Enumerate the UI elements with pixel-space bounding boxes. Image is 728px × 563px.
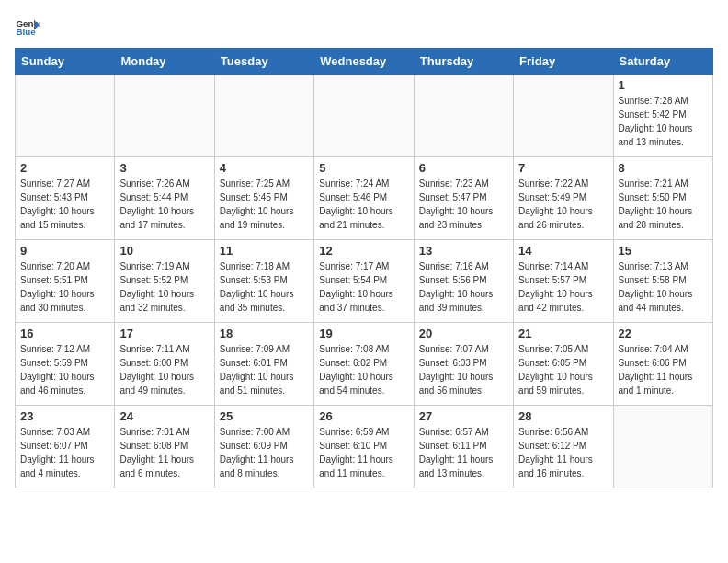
- calendar-cell: 11Sunrise: 7:18 AMSunset: 5:53 PMDayligh…: [214, 240, 313, 323]
- calendar-cell: 25Sunrise: 7:00 AMSunset: 6:09 PMDayligh…: [214, 406, 313, 488]
- calendar-cell: 6Sunrise: 7:23 AMSunset: 5:47 PMDaylight…: [414, 157, 513, 240]
- day-number: 19: [319, 327, 408, 340]
- calendar-cell: 24Sunrise: 7:01 AMSunset: 6:08 PMDayligh…: [115, 406, 214, 488]
- day-number: 3: [119, 161, 209, 175]
- day-info: Sunrise: 7:19 AMSunset: 5:52 PMDaylight:…: [119, 259, 209, 315]
- calendar-cell: 23Sunrise: 7:03 AMSunset: 6:07 PMDayligh…: [16, 406, 115, 488]
- day-info: Sunrise: 7:11 AMSunset: 6:00 PMDaylight:…: [119, 342, 209, 397]
- day-number: 2: [20, 161, 109, 175]
- day-number: 13: [419, 244, 508, 258]
- weekday-header: Monday: [115, 49, 214, 75]
- day-number: 24: [119, 409, 209, 423]
- day-info: Sunrise: 7:13 AMSunset: 5:58 PMDaylight:…: [619, 259, 708, 315]
- day-info: Sunrise: 7:01 AMSunset: 6:08 PMDaylight:…: [119, 425, 209, 480]
- day-info: Sunrise: 7:24 AMSunset: 5:46 PMDaylight:…: [319, 177, 408, 232]
- calendar-cell: [16, 75, 115, 157]
- calendar-cell: 2Sunrise: 7:27 AMSunset: 5:43 PMDaylight…: [16, 157, 115, 240]
- day-number: 17: [119, 327, 209, 340]
- day-info: Sunrise: 7:28 AMSunset: 5:42 PMDaylight:…: [619, 94, 708, 149]
- calendar-week-row: 16Sunrise: 7:12 AMSunset: 5:59 PMDayligh…: [16, 323, 713, 406]
- day-number: 27: [419, 409, 508, 423]
- weekday-header: Wednesday: [314, 49, 414, 75]
- calendar-cell: 15Sunrise: 7:13 AMSunset: 5:58 PMDayligh…: [613, 240, 712, 323]
- day-info: Sunrise: 7:20 AMSunset: 5:51 PMDaylight:…: [20, 259, 109, 315]
- calendar-cell: 13Sunrise: 7:16 AMSunset: 5:56 PMDayligh…: [414, 240, 513, 323]
- day-info: Sunrise: 7:26 AMSunset: 5:44 PMDaylight:…: [119, 177, 209, 232]
- day-number: 14: [518, 244, 608, 258]
- calendar-header-row: SundayMondayTuesdayWednesdayThursdayFrid…: [16, 49, 713, 75]
- calendar-cell: 5Sunrise: 7:24 AMSunset: 5:46 PMDaylight…: [314, 157, 414, 240]
- calendar-cell: 14Sunrise: 7:14 AMSunset: 5:57 PMDayligh…: [514, 240, 613, 323]
- day-number: 15: [619, 244, 708, 258]
- calendar-cell: 27Sunrise: 6:57 AMSunset: 6:11 PMDayligh…: [414, 406, 513, 488]
- day-info: Sunrise: 7:07 AMSunset: 6:03 PMDaylight:…: [419, 342, 508, 397]
- calendar-week-row: 9Sunrise: 7:20 AMSunset: 5:51 PMDaylight…: [16, 240, 713, 323]
- weekday-header: Saturday: [613, 49, 712, 75]
- day-info: Sunrise: 7:21 AMSunset: 5:50 PMDaylight:…: [619, 177, 708, 232]
- day-info: Sunrise: 6:59 AMSunset: 6:10 PMDaylight:…: [319, 425, 408, 480]
- day-number: 9: [20, 244, 109, 258]
- day-number: 12: [319, 244, 408, 258]
- day-number: 28: [518, 409, 608, 423]
- calendar-cell: 4Sunrise: 7:25 AMSunset: 5:45 PMDaylight…: [214, 157, 313, 240]
- day-info: Sunrise: 7:14 AMSunset: 5:57 PMDaylight:…: [518, 259, 608, 315]
- day-number: 22: [619, 327, 708, 340]
- day-info: Sunrise: 6:57 AMSunset: 6:11 PMDaylight:…: [419, 425, 508, 480]
- calendar-cell: 1Sunrise: 7:28 AMSunset: 5:42 PMDaylight…: [613, 75, 712, 157]
- day-number: 8: [619, 161, 708, 175]
- calendar-cell: 21Sunrise: 7:05 AMSunset: 6:05 PMDayligh…: [514, 323, 613, 406]
- calendar-cell: 8Sunrise: 7:21 AMSunset: 5:50 PMDaylight…: [613, 157, 712, 240]
- day-info: Sunrise: 7:00 AMSunset: 6:09 PMDaylight:…: [220, 425, 309, 480]
- day-info: Sunrise: 7:27 AMSunset: 5:43 PMDaylight:…: [20, 177, 109, 232]
- calendar-week-row: 2Sunrise: 7:27 AMSunset: 5:43 PMDaylight…: [16, 157, 713, 240]
- day-number: 4: [220, 161, 309, 175]
- day-number: 25: [220, 409, 309, 423]
- calendar-week-row: 1Sunrise: 7:28 AMSunset: 5:42 PMDaylight…: [16, 75, 713, 157]
- day-number: 23: [20, 409, 109, 423]
- day-number: 16: [20, 327, 109, 340]
- page-header: General Blue: [15, 15, 713, 40]
- day-number: 20: [419, 327, 508, 340]
- day-info: Sunrise: 7:23 AMSunset: 5:47 PMDaylight:…: [419, 177, 508, 232]
- day-number: 26: [319, 409, 408, 423]
- weekday-header: Friday: [514, 49, 613, 75]
- day-number: 5: [319, 161, 408, 175]
- day-info: Sunrise: 7:17 AMSunset: 5:54 PMDaylight:…: [319, 259, 408, 315]
- day-number: 21: [518, 327, 608, 340]
- calendar-cell: 28Sunrise: 6:56 AMSunset: 6:12 PMDayligh…: [514, 406, 613, 488]
- calendar-cell: 18Sunrise: 7:09 AMSunset: 6:01 PMDayligh…: [214, 323, 313, 406]
- calendar-cell: [314, 75, 414, 157]
- weekday-header: Sunday: [16, 49, 115, 75]
- calendar-cell: 22Sunrise: 7:04 AMSunset: 6:06 PMDayligh…: [613, 323, 712, 406]
- logo: General Blue: [15, 15, 42, 40]
- day-info: Sunrise: 7:22 AMSunset: 5:49 PMDaylight:…: [518, 177, 608, 232]
- day-number: 18: [220, 327, 309, 340]
- calendar-cell: [414, 75, 513, 157]
- calendar-cell: [613, 406, 712, 488]
- calendar-cell: 10Sunrise: 7:19 AMSunset: 5:52 PMDayligh…: [115, 240, 214, 323]
- day-number: 6: [419, 161, 508, 175]
- calendar-cell: [514, 75, 613, 157]
- calendar-cell: 16Sunrise: 7:12 AMSunset: 5:59 PMDayligh…: [16, 323, 115, 406]
- weekday-header: Tuesday: [214, 49, 313, 75]
- logo-icon: General Blue: [15, 15, 40, 40]
- calendar-cell: 7Sunrise: 7:22 AMSunset: 5:49 PMDaylight…: [514, 157, 613, 240]
- day-info: Sunrise: 7:12 AMSunset: 5:59 PMDaylight:…: [20, 342, 109, 397]
- calendar-cell: 12Sunrise: 7:17 AMSunset: 5:54 PMDayligh…: [314, 240, 414, 323]
- day-info: Sunrise: 7:03 AMSunset: 6:07 PMDaylight:…: [20, 425, 109, 480]
- day-number: 7: [518, 161, 608, 175]
- calendar-cell: [214, 75, 313, 157]
- weekday-header: Thursday: [414, 49, 513, 75]
- calendar-week-row: 23Sunrise: 7:03 AMSunset: 6:07 PMDayligh…: [16, 406, 713, 488]
- day-info: Sunrise: 6:56 AMSunset: 6:12 PMDaylight:…: [518, 425, 608, 480]
- svg-text:Blue: Blue: [16, 27, 36, 37]
- calendar-cell: 19Sunrise: 7:08 AMSunset: 6:02 PMDayligh…: [314, 323, 414, 406]
- calendar-cell: 9Sunrise: 7:20 AMSunset: 5:51 PMDaylight…: [16, 240, 115, 323]
- day-number: 1: [619, 78, 708, 92]
- day-info: Sunrise: 7:04 AMSunset: 6:06 PMDaylight:…: [619, 342, 708, 397]
- day-info: Sunrise: 7:08 AMSunset: 6:02 PMDaylight:…: [319, 342, 408, 397]
- day-info: Sunrise: 7:18 AMSunset: 5:53 PMDaylight:…: [220, 259, 309, 315]
- day-info: Sunrise: 7:09 AMSunset: 6:01 PMDaylight:…: [220, 342, 309, 397]
- day-info: Sunrise: 7:05 AMSunset: 6:05 PMDaylight:…: [518, 342, 608, 397]
- calendar-table: SundayMondayTuesdayWednesdayThursdayFrid…: [15, 48, 713, 488]
